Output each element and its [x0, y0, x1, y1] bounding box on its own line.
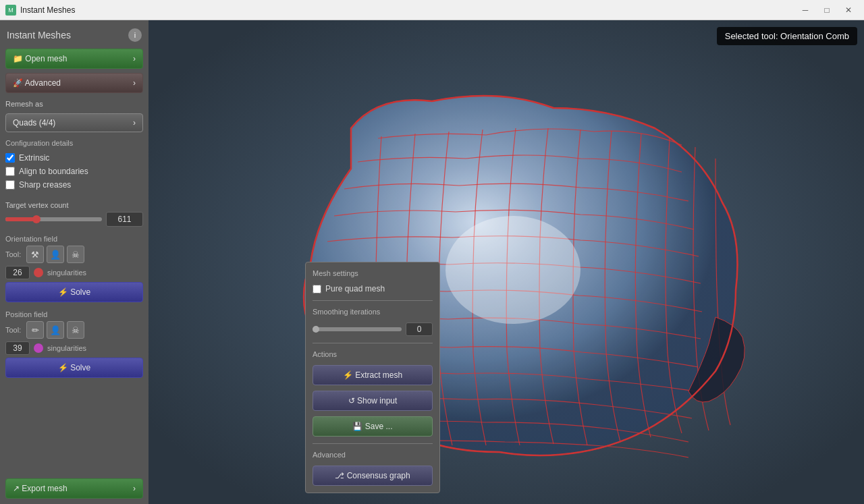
sharp-checkbox[interactable] [5, 180, 15, 190]
actions-title: Actions [313, 350, 433, 358]
advanced-button[interactable]: 🚀 Advanced › [5, 73, 143, 93]
remesh-as-dropdown[interactable]: Quads (4/4) › [5, 113, 143, 132]
position-tool-smooth[interactable]: 👤 [47, 321, 64, 339]
position-sing-dot [34, 343, 43, 353]
consensus-graph-button[interactable]: ⎇ Consensus graph [313, 466, 433, 486]
consensus-label: ⎇ Consensus graph [335, 471, 410, 480]
main-layout: Instant Meshes i 📁 Open mesh › 🚀 Advance… [0, 20, 864, 504]
position-field-title: Position field [5, 310, 143, 318]
smoothing-slider-track[interactable] [313, 327, 402, 331]
target-section: Target vertex count [5, 198, 143, 227]
position-tool-label: Tool: [5, 326, 21, 334]
target-count-input[interactable] [106, 212, 143, 227]
orientation-singularity-row: 26 singularities [5, 266, 143, 279]
orientation-tool-icons: ⚒ 👤 ☠ [26, 246, 84, 263]
svg-rect-1 [148, 20, 864, 504]
app-title: Instant Meshes [20, 5, 75, 15]
align-checkbox[interactable] [5, 167, 15, 176]
orientation-tool-singular[interactable]: ☠ [67, 246, 84, 263]
sharp-row: Sharp creases [5, 178, 143, 192]
position-sing-count: 39 [5, 341, 30, 355]
align-row: Align to boundaries [5, 165, 143, 178]
divider-2 [313, 343, 433, 343]
orientation-tool-comb[interactable]: ⚒ [26, 246, 44, 263]
save-label: 💾 Save ... [352, 422, 392, 431]
extract-mesh-button[interactable]: ⚡ Extract mesh [313, 365, 433, 385]
orientation-field-title: Orientation field [5, 235, 143, 243]
float-panel: Mesh settings Pure quad mesh Smoothing i… [305, 262, 440, 493]
viewport[interactable]: Selected tool: Orientation Comb Mesh set… [148, 20, 864, 504]
config-title: Configuration details [5, 139, 143, 147]
align-label: Align to boundaries [19, 167, 88, 176]
svg-point-2 [446, 216, 580, 324]
titlebar: M Instant Meshes ─ □ ✕ [0, 0, 864, 20]
position-tool-icons: ✏ 👤 ☠ [26, 321, 84, 339]
advanced-arrow: › [133, 78, 136, 88]
divider-1 [313, 300, 433, 301]
app-icon: M [5, 5, 16, 16]
save-button[interactable]: 💾 Save ... [313, 416, 433, 437]
smoothing-slider-row [313, 323, 433, 336]
open-mesh-label: 📁 Open mesh [13, 54, 67, 63]
extrinsic-row: Extrinsic [5, 151, 143, 165]
target-slider-fill [5, 217, 34, 221]
export-mesh-button[interactable]: ↗ Export mesh › [5, 478, 143, 499]
titlebar-controls: ─ □ ✕ [795, 1, 859, 20]
mesh-canvas [148, 20, 864, 504]
smoothing-slider-thumb[interactable] [313, 326, 319, 333]
orientation-tool-smooth[interactable]: 👤 [47, 246, 64, 263]
sidebar-header: Instant Meshes i [5, 26, 143, 45]
extract-label: ⚡ Extract mesh [343, 370, 402, 380]
position-field-section: Position field Tool: ✏ 👤 ☠ 39 singularit… [5, 310, 143, 378]
target-label: Target vertex count [5, 201, 143, 209]
open-mesh-button[interactable]: 📁 Open mesh › [5, 49, 143, 69]
export-label: ↗ Export mesh [13, 484, 68, 493]
smoothing-value-input[interactable] [406, 323, 433, 336]
selected-tool-text: Selected tool: Orientation Comb [725, 31, 849, 41]
minimize-button[interactable]: ─ [795, 1, 815, 20]
position-tool-pencil[interactable]: ✏ [26, 321, 44, 339]
pure-quad-row: Pure quad mesh [313, 284, 433, 293]
orientation-tool-row: Tool: ⚒ 👤 ☠ [5, 246, 143, 263]
smoothing-title: Smoothing iterations [313, 308, 433, 316]
orientation-sing-label: singularities [47, 269, 86, 277]
target-slider-row [5, 212, 143, 227]
pure-quad-label: Pure quad mesh [325, 284, 385, 293]
show-input-label: ↺ Show input [348, 396, 398, 405]
sharp-label: Sharp creases [19, 180, 71, 190]
orientation-tool-label: Tool: [5, 250, 21, 258]
pure-quad-checkbox[interactable] [313, 285, 321, 293]
orientation-sing-dot [34, 268, 43, 277]
target-slider-track[interactable] [5, 217, 102, 221]
position-solve-label: ⚡ Solve [58, 363, 90, 372]
open-mesh-arrow: › [133, 54, 136, 63]
orientation-sing-count: 26 [5, 266, 30, 279]
extrinsic-checkbox[interactable] [5, 153, 15, 163]
orientation-solve-button[interactable]: ⚡ Solve [5, 282, 143, 302]
remesh-as-label: Remesh as [5, 100, 143, 108]
position-sing-label: singularities [47, 344, 86, 352]
advanced-title: Advanced [313, 451, 433, 459]
selected-tool-badge: Selected tool: Orientation Comb [717, 27, 857, 45]
remesh-as-arrow: › [133, 118, 136, 128]
extrinsic-label: Extrinsic [19, 153, 49, 163]
config-section: Configuration details Extrinsic Align to… [5, 136, 143, 194]
divider-3 [313, 443, 433, 444]
position-singularity-row: 39 singularities [5, 341, 143, 355]
position-tool-singular[interactable]: ☠ [67, 321, 84, 339]
show-input-button[interactable]: ↺ Show input [313, 391, 433, 411]
orientation-solve-label: ⚡ Solve [58, 287, 90, 297]
mesh-settings-title: Mesh settings [313, 269, 433, 277]
close-button[interactable]: ✕ [838, 1, 859, 20]
maximize-button[interactable]: □ [817, 1, 837, 20]
remesh-as-value: Quads (4/4) [13, 118, 55, 128]
orientation-field-section: Orientation field Tool: ⚒ 👤 ☠ 26 singula… [5, 235, 143, 302]
titlebar-left: M Instant Meshes [5, 5, 75, 16]
position-solve-button[interactable]: ⚡ Solve [5, 358, 143, 378]
target-slider-thumb[interactable] [32, 215, 40, 223]
advanced-label: 🚀 Advanced [13, 78, 61, 88]
position-tool-row: Tool: ✏ 👤 ☠ [5, 321, 143, 339]
export-arrow: › [133, 484, 136, 493]
sidebar-title-text: Instant Meshes [7, 30, 71, 40]
info-button[interactable]: i [128, 28, 142, 42]
